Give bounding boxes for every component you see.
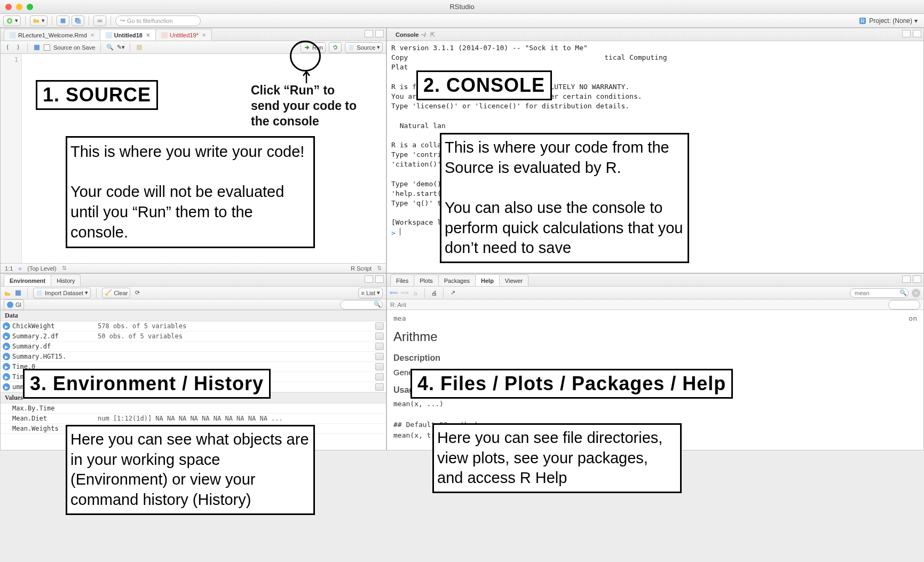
annotation-source-title: 1. SOURCE	[36, 80, 158, 110]
forward-icon[interactable]: ⟩	[14, 44, 22, 51]
env-row[interactable]: ▶Summary.HGT15.	[1, 352, 386, 362]
back-icon[interactable]: ⟨	[4, 44, 11, 51]
expand-icon[interactable]: ▶	[3, 333, 10, 340]
minimize-pane-button[interactable]	[902, 30, 911, 37]
goto-file-function-input[interactable]: ↪ Go to file/function	[115, 15, 201, 26]
console-prompt: >	[391, 229, 396, 237]
minimize-pane-button[interactable]	[365, 275, 373, 283]
find-icon[interactable]: 🔍	[106, 44, 114, 51]
data-grid-icon[interactable]	[375, 353, 384, 360]
save-icon	[59, 17, 67, 25]
expand-icon[interactable]: ▶	[3, 383, 10, 391]
env-group-header: Data	[1, 310, 386, 321]
rscript-file-icon	[161, 32, 168, 38]
window-close-button[interactable]	[5, 4, 12, 10]
source-tab-0[interactable]: RLecture1_Welcome.Rmd ×	[4, 29, 100, 41]
minimize-pane-button[interactable]	[365, 30, 373, 37]
tab-packages[interactable]: Packages	[438, 274, 476, 286]
help-topic-left: mea	[393, 313, 406, 324]
help-search-input[interactable]: mean 🔍	[850, 288, 909, 298]
env-var-name: Summary.df	[12, 343, 98, 350]
close-icon[interactable]: ×	[146, 31, 150, 39]
env-row[interactable]: ▶Summary.2.df50 obs. of 5 variables	[1, 331, 386, 342]
close-icon[interactable]: ×	[91, 31, 94, 39]
viewmode-button[interactable]: ≡ List▾	[358, 288, 383, 298]
env-var-name: Max.By.Time	[12, 405, 98, 412]
print-icon[interactable]: 🖨	[430, 289, 438, 297]
print-button[interactable]	[93, 15, 106, 26]
scope-label[interactable]: (Top Level)	[27, 265, 56, 272]
save-all-button[interactable]	[72, 15, 84, 26]
env-row[interactable]: Mean.Dietnum [1:12(1d)] NA NA NA NA NA N…	[1, 414, 386, 424]
source-tab-2[interactable]: Untitled19* ×	[155, 29, 212, 41]
tab-files[interactable]: Files	[390, 274, 414, 286]
global-env-button[interactable]: Gl	[4, 299, 24, 310]
console-tab[interactable]: Console ~/ ⇱	[390, 29, 440, 41]
tab-label: Packages	[444, 278, 470, 284]
window-minimize-button[interactable]	[16, 4, 22, 10]
data-grid-icon[interactable]	[375, 343, 384, 350]
data-grid-icon[interactable]	[375, 383, 384, 391]
svg-rect-14	[15, 290, 21, 296]
help-home-icon[interactable]: ⌂	[412, 289, 419, 297]
clear-search-button[interactable]: ×	[912, 289, 920, 297]
popout-icon[interactable]: ⇱	[430, 31, 435, 38]
import-dataset-button[interactable]: Import Dataset▾	[33, 288, 91, 298]
tab-history[interactable]: History	[51, 274, 81, 286]
find-in-topic-input[interactable]	[888, 300, 920, 310]
data-grid-icon[interactable]	[375, 363, 384, 370]
minimize-pane-button[interactable]	[902, 275, 911, 283]
refresh-icon[interactable]: ⟳	[133, 289, 141, 297]
popout-icon[interactable]: ↗	[449, 289, 456, 297]
help-back-icon[interactable]: ⟸	[390, 289, 398, 297]
tab-viewer[interactable]: Viewer	[499, 274, 528, 286]
save-workspace-icon[interactable]	[14, 289, 22, 297]
tab-label: History	[57, 278, 75, 284]
save-icon[interactable]	[33, 44, 41, 51]
tab-help[interactable]: Help	[475, 274, 500, 286]
help-forward-icon[interactable]: ⟹	[401, 289, 408, 297]
save-button[interactable]	[57, 15, 69, 26]
tab-plots[interactable]: Plots	[414, 274, 438, 286]
expand-icon[interactable]: ▶	[3, 373, 10, 381]
tab-environment[interactable]: Environment	[4, 274, 51, 286]
maximize-pane-button[interactable]	[375, 30, 384, 37]
data-grid-icon[interactable]	[375, 333, 384, 340]
maximize-pane-button[interactable]	[375, 275, 384, 283]
env-row[interactable]: ▶Summary.df	[1, 342, 386, 352]
open-file-button[interactable]: ▾	[30, 15, 48, 26]
new-file-button[interactable]: ▾	[3, 15, 21, 26]
env-search-input[interactable]: 🔍	[340, 300, 383, 310]
source-tab-1[interactable]: Untitled18 ×	[100, 29, 156, 41]
help-tabs: Files Plots Packages Help Viewer	[387, 274, 923, 287]
clear-button[interactable]: 🧹 Clear	[102, 288, 130, 298]
load-workspace-icon[interactable]	[4, 289, 11, 297]
tab-label: Help	[481, 278, 494, 284]
environment-toolbar: Import Dataset▾ 🧹 Clear ⟳ ≡ List▾	[1, 287, 386, 299]
source-on-save-checkbox[interactable]	[44, 44, 50, 51]
env-row[interactable]: ▶ChickWeight578 obs. of 5 variables	[1, 321, 386, 331]
source-button[interactable]: Source ▾	[345, 42, 383, 53]
source-file-icon	[348, 44, 355, 51]
expand-icon[interactable]: ▶	[3, 353, 10, 360]
window-maximize-button[interactable]	[27, 4, 33, 10]
run-arrow-icon	[303, 44, 311, 51]
wand-icon[interactable]: ✎▾	[117, 44, 124, 51]
rerun-button[interactable]	[329, 42, 342, 53]
filetype-label[interactable]: R Script	[351, 265, 372, 272]
import-icon	[36, 289, 43, 297]
svg-rect-11	[34, 45, 40, 50]
expand-icon[interactable]: ▶	[3, 343, 10, 350]
notebook-icon[interactable]	[136, 44, 143, 51]
tab-label: Plots	[420, 278, 432, 284]
env-row[interactable]: Max.By.Time	[1, 403, 386, 414]
data-grid-icon[interactable]	[375, 373, 384, 381]
expand-icon[interactable]: ▶	[3, 322, 10, 330]
maximize-pane-button[interactable]	[913, 30, 921, 37]
close-icon[interactable]: ×	[202, 31, 206, 39]
maximize-pane-button[interactable]	[913, 275, 921, 283]
run-button[interactable]: Run	[301, 42, 326, 53]
project-menu-button[interactable]: R Project: (None) ▾	[855, 17, 921, 25]
data-grid-icon[interactable]	[375, 322, 384, 330]
expand-icon[interactable]: ▶	[3, 363, 10, 370]
